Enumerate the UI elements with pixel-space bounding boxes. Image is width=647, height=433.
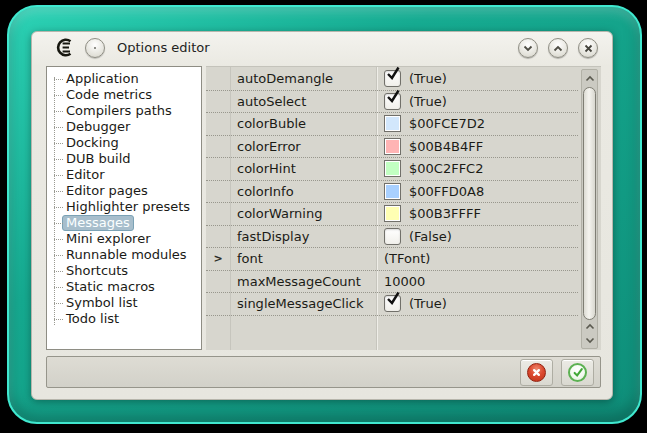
close-icon <box>584 44 593 53</box>
sidebar-item-dub-build[interactable]: DUB build <box>47 151 201 167</box>
accept-button[interactable] <box>561 359 594 386</box>
value-text: $00B3FFFF <box>409 206 481 221</box>
chevron-up-icon <box>553 45 563 52</box>
row-font-selected[interactable]: > font (TFont) <box>206 248 578 271</box>
color-swatch[interactable] <box>384 138 401 155</box>
row-colorBuble[interactable]: colorBuble $00FCE7D2 <box>206 113 578 136</box>
value-text: $00FCE7D2 <box>409 116 485 131</box>
coedit-logo-icon <box>54 38 76 57</box>
chevron-down-icon <box>585 337 595 344</box>
window-controls <box>518 38 598 58</box>
category-list[interactable]: Application Code metrics Compilers paths… <box>46 66 202 350</box>
sidebar-item-static-macros[interactable]: Static macros <box>47 279 201 295</box>
vertical-scrollbar[interactable] <box>581 69 598 349</box>
property-value[interactable]: (True) <box>376 93 578 110</box>
color-swatch[interactable] <box>384 115 401 132</box>
property-name[interactable]: colorHint <box>230 161 376 176</box>
scrollbar-thumb[interactable] <box>583 87 596 320</box>
value-text: (TFont) <box>384 251 430 266</box>
color-swatch[interactable] <box>384 205 401 222</box>
sidebar-item-debugger[interactable]: Debugger <box>47 119 201 135</box>
row-singleMessageClick[interactable]: singleMessageClick (True) <box>206 293 578 316</box>
sidebar-item-editor[interactable]: Editor <box>47 167 201 183</box>
value-text: (True) <box>409 94 447 109</box>
checkbox[interactable] <box>384 228 401 245</box>
property-value[interactable]: (TFont) <box>376 251 578 266</box>
value-text: 10000 <box>384 274 425 289</box>
sidebar-item-mini-explorer[interactable]: Mini explorer <box>47 231 201 247</box>
scroll-up-button-bottom[interactable] <box>582 319 597 333</box>
swatch-fill <box>386 162 399 175</box>
row-autoSelect[interactable]: autoSelect (True) <box>206 91 578 114</box>
dot-icon <box>94 47 96 49</box>
sidebar-item-runnable-modules[interactable]: Runnable modules <box>47 247 201 263</box>
sidebar-item-shortcuts[interactable]: Shortcuts <box>47 263 201 279</box>
value-text: $00C2FFC2 <box>409 161 483 176</box>
property-value[interactable]: $00B4B4FF <box>376 138 578 155</box>
property-value[interactable]: $00B3FFFF <box>376 205 578 222</box>
sidebar-item-docking[interactable]: Docking <box>47 135 201 151</box>
property-name[interactable]: colorBuble <box>230 116 376 131</box>
sidebar-item-compilers-paths[interactable]: Compilers paths <box>47 103 201 119</box>
chevron-up-icon <box>585 75 595 82</box>
property-name[interactable]: font <box>230 251 376 266</box>
shade-button[interactable] <box>518 38 538 58</box>
chevron-down-icon <box>523 45 533 52</box>
sidebar-item-symbol-list[interactable]: Symbol list <box>47 295 201 311</box>
property-value[interactable]: (False) <box>376 228 578 245</box>
window-title: Options editor <box>117 40 210 55</box>
property-grid[interactable]: autoDemangle (True) autoSelect <box>206 66 601 350</box>
scroll-down-button[interactable] <box>582 333 597 347</box>
property-name[interactable]: colorInfo <box>230 184 376 199</box>
property-value[interactable]: $00C2FFC2 <box>376 160 578 177</box>
sidebar-item-application[interactable]: Application <box>47 71 201 87</box>
value-text: (False) <box>409 229 452 244</box>
sticky-dot-button[interactable] <box>85 38 105 58</box>
check-icon <box>386 89 400 103</box>
close-button[interactable] <box>578 38 598 58</box>
property-value[interactable]: $00FCE7D2 <box>376 115 578 132</box>
sidebar-item-code-metrics[interactable]: Code metrics <box>47 87 201 103</box>
property-name[interactable]: autoDemangle <box>230 71 376 86</box>
property-name[interactable]: colorWarning <box>230 206 376 221</box>
row-autoDemangle[interactable]: autoDemangle (True) <box>206 68 578 91</box>
color-swatch[interactable] <box>384 183 401 200</box>
value-text: $00FFD0A8 <box>409 184 484 199</box>
swatch-fill <box>386 117 399 130</box>
value-text: (True) <box>409 296 447 311</box>
row-colorHint[interactable]: colorHint $00C2FFC2 <box>206 158 578 181</box>
property-value[interactable]: (True) <box>376 70 578 87</box>
property-value[interactable]: (True) <box>376 295 578 312</box>
property-name[interactable]: maxMessageCount <box>230 274 376 289</box>
property-name[interactable]: fastDisplay <box>230 229 376 244</box>
sidebar-item-todo-list[interactable]: Todo list <box>47 311 201 327</box>
sidebar-item-editor-pages[interactable]: Editor pages <box>47 183 201 199</box>
checkbox[interactable] <box>384 295 401 312</box>
property-name[interactable]: colorError <box>230 139 376 154</box>
row-fastDisplay[interactable]: fastDisplay (False) <box>206 226 578 249</box>
titlebar[interactable]: Options editor <box>32 32 612 63</box>
cancel-button[interactable] <box>520 359 553 386</box>
unshade-button[interactable] <box>548 38 568 58</box>
row-maxMessageCount[interactable]: maxMessageCount 10000 <box>206 271 578 294</box>
cancel-cross-icon <box>527 363 546 382</box>
check-icon <box>386 66 400 80</box>
property-rows: autoDemangle (True) autoSelect <box>206 68 578 316</box>
options-editor-window: Options editor Application <box>31 31 613 400</box>
scroll-up-button[interactable] <box>582 71 597 85</box>
property-name[interactable]: singleMessageClick <box>230 296 376 311</box>
value-text: (True) <box>409 71 447 86</box>
checkbox[interactable] <box>384 93 401 110</box>
sidebar-item-highlighter-presets[interactable]: Highlighter presets <box>47 199 201 215</box>
checkbox[interactable] <box>384 70 401 87</box>
row-colorInfo[interactable]: colorInfo $00FFD0A8 <box>206 181 578 204</box>
property-value[interactable]: $00FFD0A8 <box>376 183 578 200</box>
row-colorWarning[interactable]: colorWarning $00B3FFFF <box>206 203 578 226</box>
swatch-fill <box>386 185 399 198</box>
footer-toolbar <box>46 356 601 388</box>
property-name[interactable]: autoSelect <box>230 94 376 109</box>
sidebar-item-messages-selected[interactable]: Messages <box>47 215 201 231</box>
property-value[interactable]: 10000 <box>376 274 578 289</box>
color-swatch[interactable] <box>384 160 401 177</box>
row-colorError[interactable]: colorError $00B4B4FF <box>206 136 578 159</box>
